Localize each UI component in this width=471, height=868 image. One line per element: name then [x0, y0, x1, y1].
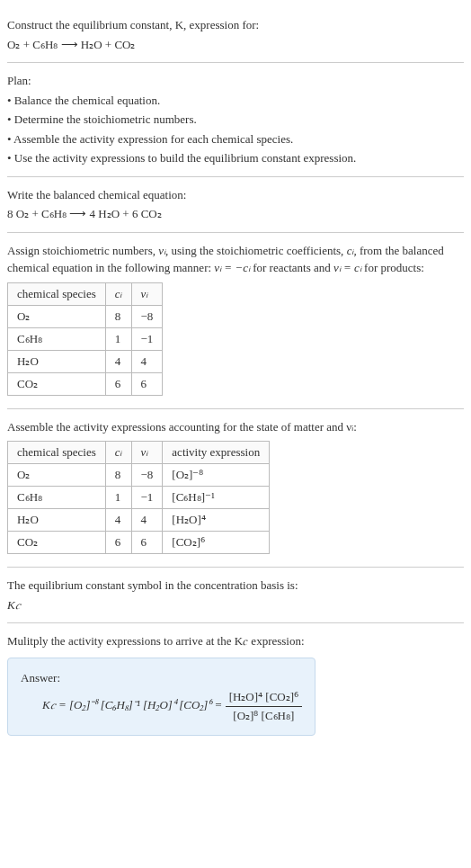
cell-ci: 6 [105, 372, 131, 395]
cell-activity: [H₂O]⁴ [163, 509, 270, 532]
cell-nu: −8 [131, 464, 163, 487]
fraction-denominator: [O₂]⁸ [C₆H₈] [226, 707, 302, 725]
stoich-rel: νᵢ = −cᵢ [214, 261, 250, 274]
fraction: [H₂O]⁴ [CO₂]⁶ [O₂]⁸ [C₆H₈] [226, 688, 302, 724]
stoich-table: chemical species cᵢ νᵢ O₂ 8 −8 C₆H₈ 1 −1… [7, 282, 163, 396]
symbol-intro: The equilibrium constant symbol in the c… [7, 577, 464, 595]
plan-bullet: • Balance the chemical equation. [7, 92, 464, 110]
cell-activity: [O₂]⁻⁸ [163, 464, 270, 487]
cell-species: O₂ [8, 305, 106, 327]
cell-nu: 4 [131, 350, 163, 372]
cell-activity: [CO₂]⁶ [163, 532, 270, 554]
plan-bullet-text: Assemble the activity expression for eac… [13, 132, 293, 146]
table-row: C₆H₈ 1 −1 [8, 327, 163, 350]
intro-section: Construct the equilibrium constant, K, e… [7, 7, 464, 63]
activity-table: chemical species cᵢ νᵢ activity expressi… [7, 441, 270, 554]
balanced-equation: 8 O₂ + C₆H₈ ⟶ 4 H₂O + 6 CO₂ [7, 205, 464, 223]
activity-section: Assemble the activity expressions accoun… [7, 409, 464, 568]
col-header: chemical species [8, 282, 106, 305]
cell-species: C₆H₈ [8, 327, 106, 350]
stoich-section: Assign stoichiometric numbers, νᵢ, using… [7, 233, 464, 409]
cell-ci: 8 [105, 305, 131, 327]
plan-bullet: • Determine the stoichiometric numbers. [7, 111, 464, 129]
cell-activity: [C₆H₈]⁻¹ [163, 487, 270, 509]
cell-species: H₂O [8, 509, 106, 532]
table-row: CO₂ 6 6 [8, 372, 163, 395]
cell-species: CO₂ [8, 532, 106, 554]
stoich-rel: νᵢ = cᵢ [333, 261, 361, 274]
plan-bullet-text: Use the activity expressions to build th… [14, 151, 357, 165]
table-row: C₆H₈ 1 −1 [C₆H₈]⁻¹ [8, 487, 270, 509]
col-header: activity expression [163, 442, 270, 464]
intro-equation: O₂ + C₆H₈ ⟶ H₂O + CO₂ [7, 36, 464, 54]
nu-header: νᵢ [141, 287, 148, 300]
balanced-section: Write the balanced chemical equation: 8 … [7, 177, 464, 233]
plan-bullet-text: Balance the chemical equation. [14, 94, 160, 107]
ci-header: cᵢ [115, 445, 122, 459]
activity-intro: Assemble the activity expressions accoun… [7, 418, 464, 436]
plan-section: Plan: • Balance the chemical equation. •… [7, 63, 464, 177]
table-row: H₂O 4 4 [H₂O]⁴ [8, 509, 270, 532]
nu-symbol: νᵢ [158, 244, 165, 257]
answer-label: Answer: [21, 669, 302, 687]
kc-symbol: K𝑐 [7, 596, 464, 614]
cell-species: O₂ [8, 464, 106, 487]
cell-ci: 4 [105, 509, 131, 532]
multiply-intro: Mulitply the activity expressions to arr… [7, 632, 464, 650]
col-header: νᵢ [131, 442, 163, 464]
stoich-intro: Assign stoichiometric numbers, νᵢ, using… [7, 242, 464, 277]
table-header-row: chemical species cᵢ νᵢ activity expressi… [8, 442, 270, 464]
nu-header: νᵢ [141, 445, 148, 459]
stoich-text: Assign stoichiometric numbers, [7, 244, 158, 257]
table-header-row: chemical species cᵢ νᵢ [8, 282, 163, 305]
cell-nu: 4 [131, 509, 163, 532]
stoich-text: , using the stoichiometric coefficients, [165, 244, 347, 257]
cell-species: H₂O [8, 350, 106, 372]
kc-equation: K𝑐 = [O₂]⁻⁸ [C₆H₈]⁻¹ [H₂O]⁴ [CO₂]⁶ = [42, 698, 226, 711]
balanced-heading: Write the balanced chemical equation: [7, 186, 464, 204]
table-row: O₂ 8 −8 [8, 305, 163, 327]
answer-section: Mulitply the activity expressions to arr… [7, 623, 464, 743]
cell-ci: 4 [105, 350, 131, 372]
answer-expression: K𝑐 = [O₂]⁻⁸ [C₆H₈]⁻¹ [H₂O]⁴ [CO₂]⁶ = [H₂… [21, 688, 302, 724]
table-row: H₂O 4 4 [8, 350, 163, 372]
stoich-text: for reactants and [250, 261, 333, 274]
table-row: CO₂ 6 6 [CO₂]⁶ [8, 532, 270, 554]
intro-title: Construct the equilibrium constant, K, e… [7, 16, 464, 34]
fraction-numerator: [H₂O]⁴ [CO₂]⁶ [226, 688, 302, 707]
col-header: chemical species [8, 442, 106, 464]
symbol-section: The equilibrium constant symbol in the c… [7, 568, 464, 623]
col-header: νᵢ [131, 282, 163, 305]
col-header: cᵢ [105, 442, 131, 464]
cell-species: C₆H₈ [8, 487, 106, 509]
table-row: O₂ 8 −8 [O₂]⁻⁸ [8, 464, 270, 487]
col-header: cᵢ [105, 282, 131, 305]
cell-species: CO₂ [8, 372, 106, 395]
plan-heading: Plan: [7, 72, 464, 90]
cell-nu: 6 [131, 372, 163, 395]
cell-nu: −1 [131, 487, 163, 509]
cell-ci: 8 [105, 464, 131, 487]
plan-bullet-text: Determine the stoichiometric numbers. [14, 112, 197, 126]
cell-nu: −1 [131, 327, 163, 350]
cell-nu: −8 [131, 305, 163, 327]
ci-header: cᵢ [115, 287, 122, 300]
cell-nu: 6 [131, 532, 163, 554]
cell-ci: 1 [105, 327, 131, 350]
stoich-text: for products: [361, 261, 424, 274]
answer-box: Answer: K𝑐 = [O₂]⁻⁸ [C₆H₈]⁻¹ [H₂O]⁴ [CO₂… [7, 658, 315, 737]
cell-ci: 6 [105, 532, 131, 554]
cell-ci: 1 [105, 487, 131, 509]
plan-bullet: • Assemble the activity expression for e… [7, 130, 464, 148]
plan-bullet: • Use the activity expressions to build … [7, 149, 464, 167]
